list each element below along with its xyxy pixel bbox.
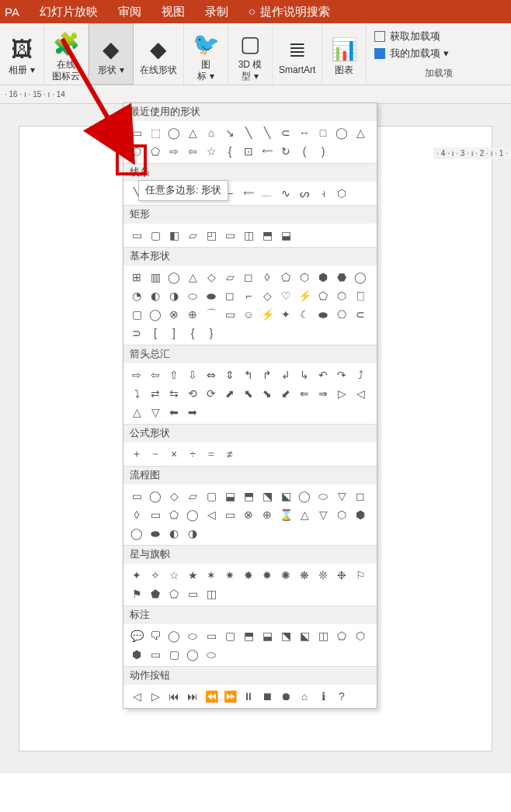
shape-item[interactable]: ⏮ (165, 688, 182, 705)
shape-item[interactable]: ⬬ (203, 287, 220, 304)
shape-item[interactable]: ⬢ (352, 506, 369, 523)
shape-item[interactable]: ◯ (296, 488, 313, 505)
shape-item[interactable]: ⬒ (259, 227, 276, 244)
shape-item[interactable]: ↱ (259, 366, 276, 383)
shape-item[interactable]: ⏺ (277, 688, 294, 705)
shape-item[interactable]: ⬠ (315, 287, 332, 304)
shape-item[interactable]: ＝ (203, 446, 220, 463)
shape-item[interactable]: ▢ (147, 227, 164, 244)
shape-item[interactable]: ⬬ (315, 306, 332, 323)
shape-item[interactable]: ⚑ (128, 585, 145, 602)
shape-item[interactable]: ◇ (165, 488, 182, 505)
shape-item[interactable]: ◫ (315, 627, 332, 644)
shape-item[interactable]: ▭ (221, 506, 238, 523)
shape-item[interactable]: × (165, 446, 182, 463)
shape-item[interactable]: ⬣ (333, 269, 350, 286)
shape-item[interactable]: ▷ (333, 385, 350, 402)
ribbon-button-6[interactable]: ≣SmartArt (273, 23, 322, 85)
shape-item[interactable]: ⬓ (277, 227, 294, 244)
shape-item[interactable]: △ (184, 124, 201, 141)
shape-item[interactable]: ⬒ (240, 627, 257, 644)
shape-item[interactable]: ▢ (221, 627, 238, 644)
shape-item[interactable]: ◯ (147, 488, 164, 505)
shape-item[interactable]: ⫞ (315, 185, 332, 202)
shape-item[interactable]: ✹ (259, 567, 276, 584)
shape-item[interactable]: ↰ (240, 366, 257, 383)
shape-item[interactable]: ⬠ (165, 585, 182, 602)
shape-item[interactable]: ⌒ (203, 306, 220, 323)
shape-item[interactable]: ⇕ (221, 366, 238, 383)
shape-item[interactable]: ✦ (128, 567, 145, 584)
shape-item[interactable]: ▷ (147, 688, 164, 705)
tab-slideshow[interactable]: 幻灯片放映 (40, 5, 98, 19)
shape-item[interactable]: ⬓ (259, 627, 276, 644)
shape-item[interactable]: ◯ (184, 506, 201, 523)
shape-item[interactable]: ⇒ (315, 385, 332, 402)
shape-item[interactable]: ⏪ (203, 688, 220, 705)
shape-item[interactable]: ◑ (165, 287, 182, 304)
shape-item[interactable]: △ (296, 506, 313, 523)
shape-item[interactable]: ⊃ (128, 324, 145, 342)
shape-item[interactable]: ▢ (203, 488, 220, 505)
shape-item[interactable]: ▽ (333, 488, 350, 505)
shape-item[interactable]: ⊗ (240, 506, 257, 523)
shape-item[interactable]: ⎕ (352, 287, 369, 304)
shape-item[interactable]: ▥ (147, 269, 164, 286)
shape-item[interactable]: ⬳ (240, 185, 257, 202)
shape-item[interactable]: ⬊ (259, 385, 276, 402)
shape-item[interactable]: ⬠ (277, 269, 294, 286)
shape-item[interactable]: ◯ (165, 124, 182, 141)
tab-record[interactable]: 录制 (205, 5, 228, 19)
shape-item[interactable]: ⬭ (184, 627, 201, 644)
shape-item[interactable]: ⏹ (259, 688, 276, 705)
shape-item[interactable]: ▭ (147, 506, 164, 523)
shape-item[interactable]: ★ (184, 567, 201, 584)
shape-item[interactable]: ÷ (184, 446, 201, 463)
shape-item[interactable]: ℹ (315, 688, 332, 705)
shape-item[interactable]: ⇨ (165, 143, 182, 160)
shape-item[interactable]: ▭ (147, 646, 164, 663)
shape-item[interactable]: ▭ (221, 227, 238, 244)
shape-item[interactable]: ⊕ (184, 306, 201, 323)
shape-item[interactable]: ⬭ (315, 488, 332, 505)
shape-item[interactable]: ✷ (221, 567, 238, 584)
shape-item[interactable]: ⤴ (352, 366, 369, 383)
shape-item[interactable]: ↶ (315, 366, 332, 383)
my-addins[interactable]: 我的加载项 ▾ (374, 47, 503, 61)
shape-item[interactable]: ↷ (333, 366, 350, 383)
shape-item[interactable]: ⏸ (240, 688, 257, 705)
shape-item[interactable]: ◫ (240, 227, 257, 244)
shape-item[interactable]: ⬔ (259, 488, 276, 505)
shape-item[interactable]: ◻ (352, 488, 369, 505)
shape-item[interactable]: ◻ (221, 287, 238, 304)
shape-item[interactable]: ⬟ (147, 585, 164, 602)
ribbon-button-2[interactable]: ◆形状 (89, 23, 134, 85)
shape-item[interactable]: ⬠ (165, 506, 182, 523)
shape-item[interactable]: ▭ (128, 227, 145, 244)
ribbon-button-4[interactable]: 🐦图标 (184, 23, 228, 85)
shape-item[interactable]: ☆ (203, 143, 220, 160)
shape-item[interactable]: ⬡ (333, 506, 350, 523)
shape-item[interactable]: ⬡ (333, 185, 350, 202)
shape-item[interactable]: ◇ (259, 287, 276, 304)
shape-item[interactable]: ◧ (165, 227, 182, 244)
shape-item[interactable]: ◯ (333, 124, 350, 141)
shape-item[interactable]: ⬬ (147, 525, 164, 542)
shape-item[interactable]: { (184, 324, 201, 342)
shape-item[interactable]: ⬕ (277, 488, 294, 505)
shape-item[interactable]: ✦ (277, 306, 294, 323)
shape-item[interactable]: ⬈ (221, 385, 238, 402)
shape-item[interactable]: 💬 (128, 627, 145, 644)
shape-item[interactable]: ◫ (203, 585, 220, 602)
shape-item[interactable]: ∿ (277, 185, 294, 202)
shape-item[interactable]: ⇔ (203, 366, 220, 383)
shape-item[interactable]: ▱ (184, 227, 201, 244)
shape-item[interactable]: ⚐ (352, 567, 369, 584)
shape-item[interactable]: ( (296, 143, 313, 160)
shape-item[interactable]: ⬉ (240, 385, 257, 402)
shape-item[interactable]: ▱ (221, 269, 238, 286)
shape-item[interactable]: ⬡ (128, 143, 145, 160)
shape-item[interactable]: ▽ (315, 506, 332, 523)
shape-item[interactable]: ⬓ (221, 488, 238, 505)
shape-item[interactable]: ◁ (352, 385, 369, 402)
